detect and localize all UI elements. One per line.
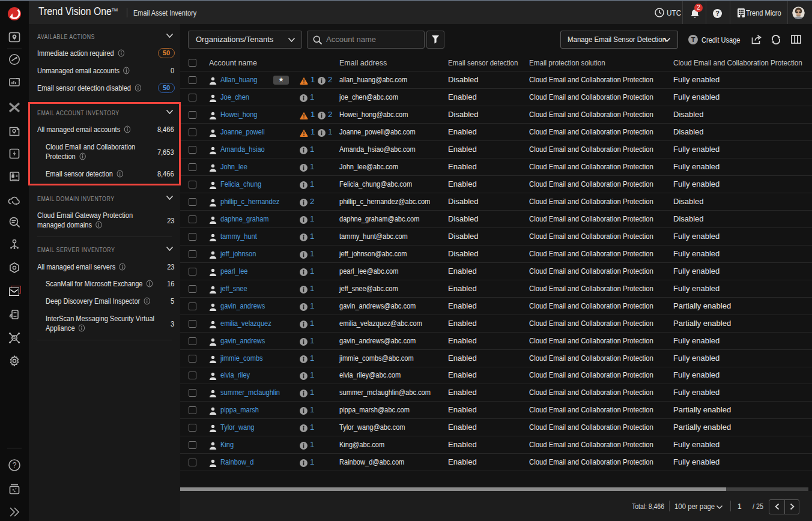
svg-text:?: ?	[13, 461, 17, 469]
